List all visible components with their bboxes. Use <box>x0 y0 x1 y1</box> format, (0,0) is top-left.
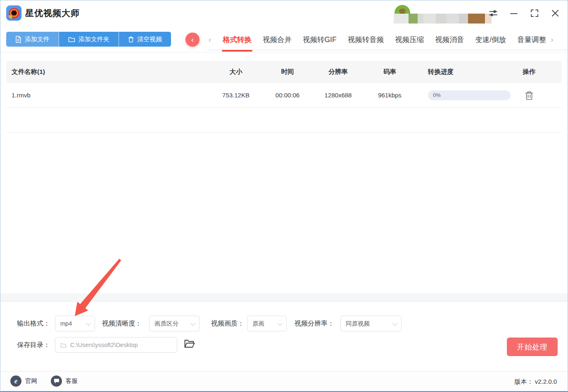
titlebar: 星优视频大师 <box>0 0 568 26</box>
tabs-scroll-left-icon[interactable]: ‹ <box>209 35 211 44</box>
chevron-down-icon <box>190 320 196 326</box>
clarity-value: 画质区分 <box>154 320 178 328</box>
version-label: 版本： <box>514 378 533 385</box>
quality-label: 视频画质： <box>211 316 244 331</box>
save-dir-input[interactable]: C:\Users\yssoft2\Desktop <box>55 337 177 353</box>
clarity-label: 视频清晰度： <box>102 316 142 331</box>
add-folder-button[interactable]: 添加文件夹 <box>59 32 119 47</box>
quality-select[interactable]: 原画 <box>247 316 287 331</box>
output-format-select[interactable]: mp4 <box>55 316 95 331</box>
minimize-button[interactable] <box>508 7 520 19</box>
tabs-scroll-right-icon[interactable]: › <box>551 35 553 44</box>
tab-speed-reverse[interactable]: 变速/倒放 <box>475 31 506 50</box>
chevron-down-icon <box>278 320 283 326</box>
user-account[interactable] <box>393 5 480 22</box>
folder-icon <box>68 36 75 43</box>
version-text: 版本： v2.2.0.0 <box>514 378 557 386</box>
settings-sliders-icon[interactable] <box>487 7 499 19</box>
add-file-label: 添加文件 <box>25 35 50 43</box>
cell-size: 753.12KB <box>207 92 265 99</box>
file-toolbar: 添加文件 添加文件夹 清空视频 <box>6 32 171 47</box>
chevron-left-icon: ‹ <box>191 35 194 44</box>
panel-separator <box>0 293 568 302</box>
browse-folder-button[interactable] <box>184 339 195 349</box>
col-resolution: 分辨率 <box>310 68 366 76</box>
table-header-row: 文件名称(1) 大小 时间 分辨率 码率 转换进度 操作 <box>6 61 562 83</box>
trash-icon <box>525 90 534 100</box>
clear-videos-label: 清空视频 <box>137 35 162 43</box>
chevron-down-icon <box>86 320 91 326</box>
file-icon <box>15 36 21 43</box>
resolution-label: 视频分辨率： <box>295 316 334 331</box>
file-table: 文件名称(1) 大小 时间 分辨率 码率 转换进度 操作 1.rmvb 753.… <box>6 61 562 132</box>
col-filename: 文件名称(1) <box>6 68 207 76</box>
browser-e-icon: e <box>10 375 21 387</box>
delete-row-button[interactable] <box>525 90 534 100</box>
output-format-label: 输出格式： <box>17 316 50 331</box>
cell-bitrate: 961kbps <box>366 92 414 99</box>
trash-icon <box>128 36 134 43</box>
clarity-select[interactable]: 画质区分 <box>149 316 200 331</box>
output-format-value: mp4 <box>60 320 72 327</box>
resolution-select[interactable]: 同原视频 <box>340 316 402 331</box>
add-folder-label: 添加文件夹 <box>78 35 109 43</box>
cell-filename: 1.rmvb <box>6 92 207 99</box>
tab-video-to-audio[interactable]: 视频转音频 <box>348 31 384 50</box>
close-button[interactable] <box>549 7 561 19</box>
cell-progress: 0% <box>414 90 513 100</box>
cell-time: 00:00:06 <box>265 92 310 99</box>
official-site-link[interactable]: e 官网 <box>10 375 37 387</box>
settings-panel: 输出格式： mp4 视频清晰度： 画质区分 视频画质： 原画 视频分辨率： 同原… <box>0 302 568 371</box>
header-divider <box>0 52 568 52</box>
cell-action <box>513 90 562 100</box>
table-row[interactable]: 1.rmvb 753.12KB 00:00:06 1280x688 961kbp… <box>6 83 562 108</box>
customer-service-label: 客服 <box>66 377 78 385</box>
feature-tabs: 格式转换 视频合并 视频转GIF 视频转音频 视频压缩 视频消音 变速/倒放 音… <box>223 31 546 50</box>
version-value: v2.2.0.0 <box>535 378 557 385</box>
progress-bar: 0% <box>428 90 511 100</box>
collapse-back-button[interactable]: ‹ <box>185 33 200 47</box>
tab-format-convert[interactable]: 格式转换 <box>223 31 252 50</box>
maximize-button[interactable] <box>528 7 541 19</box>
col-size: 大小 <box>207 68 265 76</box>
col-bitrate: 码率 <box>366 68 414 76</box>
col-time: 时间 <box>265 68 310 76</box>
save-dir-label: 保存目录： <box>17 337 50 353</box>
tab-video-to-gif[interactable]: 视频转GIF <box>303 31 337 50</box>
resolution-value: 同原视频 <box>346 320 370 328</box>
tab-video-merge[interactable]: 视频合并 <box>263 31 292 50</box>
user-name-redacted <box>394 14 492 24</box>
footer: e 官网 客服 版本： v2.2.0.0 <box>0 371 568 392</box>
app-logo-icon <box>6 5 21 21</box>
cell-resolution: 1280x688 <box>310 92 366 99</box>
app-title: 星优视频大师 <box>25 7 80 19</box>
tab-volume-adjust[interactable]: 音量调整 <box>517 31 546 50</box>
table-empty-row <box>6 108 562 132</box>
start-processing-button[interactable]: 开始处理 <box>507 338 558 356</box>
open-folder-icon <box>184 339 195 349</box>
chat-bubble-icon <box>51 375 62 387</box>
customer-service-link[interactable]: 客服 <box>51 375 78 387</box>
quality-value: 原画 <box>252 320 264 328</box>
save-dir-path: C:\Users\yssoft2\Desktop <box>70 342 138 348</box>
folder-icon <box>60 342 67 348</box>
add-file-button[interactable]: 添加文件 <box>6 32 59 47</box>
col-progress: 转换进度 <box>414 68 513 76</box>
official-site-label: 官网 <box>25 377 37 385</box>
app-window: 星优视频大师 <box>0 0 568 392</box>
tab-video-compress[interactable]: 视频压缩 <box>395 31 424 50</box>
progress-value: 0% <box>428 92 441 98</box>
chevron-down-icon <box>392 320 398 326</box>
tab-video-mute[interactable]: 视频消音 <box>435 31 464 50</box>
col-action: 操作 <box>513 68 562 76</box>
clear-videos-button[interactable]: 清空视频 <box>119 32 171 47</box>
